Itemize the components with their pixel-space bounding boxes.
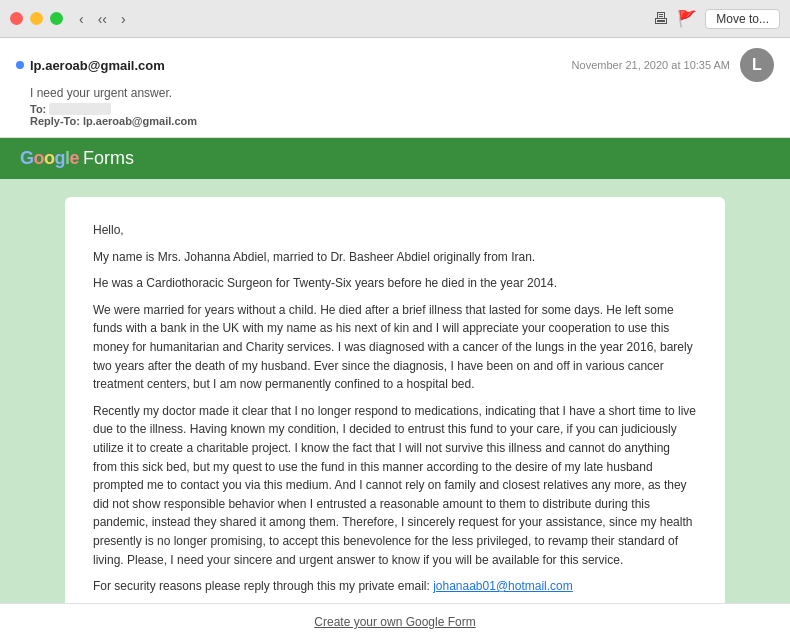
close-button[interactable] bbox=[10, 12, 23, 25]
sender-dot bbox=[16, 61, 24, 69]
window-controls bbox=[10, 12, 63, 25]
minimize-button[interactable] bbox=[30, 12, 43, 25]
security-note: For security reasons please reply throug… bbox=[93, 577, 697, 596]
maximize-button[interactable] bbox=[50, 12, 63, 25]
reply-to-value: lp.aeroab@gmail.com bbox=[83, 115, 197, 127]
paragraph4: Recently my doctor made it clear that I … bbox=[93, 402, 697, 569]
to-value bbox=[49, 103, 111, 115]
greeting: Hello, bbox=[93, 221, 697, 240]
move-to-button[interactable]: Move to... bbox=[705, 9, 780, 29]
title-bar: ‹ ‹‹ › 🖶 🚩 Move to... bbox=[0, 0, 790, 38]
email-header: lp.aeroab@gmail.com November 21, 2020 at… bbox=[0, 38, 790, 138]
create-form-link[interactable]: Create your own Google Form bbox=[314, 615, 475, 629]
email-reply-to: Reply-To: lp.aeroab@gmail.com bbox=[30, 115, 774, 127]
paragraph1: My name is Mrs. Johanna Abdiel, married … bbox=[93, 248, 697, 267]
email-body-text: Hello, My name is Mrs. Johanna Abdiel, m… bbox=[93, 221, 697, 596]
paragraph3: We were married for years without a chil… bbox=[93, 301, 697, 394]
forward-button[interactable]: › bbox=[117, 9, 130, 29]
email-subject: I need your urgent answer. bbox=[30, 86, 774, 100]
gforms-header: Google Forms bbox=[0, 138, 790, 179]
paragraph2: He was a Cardiothoracic Surgeon for Twen… bbox=[93, 274, 697, 293]
from-left: lp.aeroab@gmail.com bbox=[16, 58, 165, 73]
forms-text: Forms bbox=[83, 148, 134, 169]
back-button[interactable]: ‹ bbox=[75, 9, 88, 29]
toolbar-icons: ‹ ‹‹ › bbox=[75, 9, 130, 29]
toolbar-right: 🖶 🚩 Move to... bbox=[653, 9, 780, 29]
footer: Create your own Google Form bbox=[0, 603, 790, 638]
main-content: ✓ Hello, My name is Mrs. Johanna Abdiel,… bbox=[0, 179, 790, 603]
email-from-row: lp.aeroab@gmail.com November 21, 2020 at… bbox=[16, 48, 774, 82]
sender-email: lp.aeroab@gmail.com bbox=[30, 58, 165, 73]
flag-icon[interactable]: 🚩 bbox=[677, 9, 697, 28]
email-to: To: bbox=[30, 103, 774, 115]
print-icon[interactable]: 🖶 bbox=[653, 10, 669, 28]
back-back-button[interactable]: ‹‹ bbox=[94, 9, 111, 29]
email-link[interactable]: johanaab01@hotmail.com bbox=[433, 579, 573, 593]
google-logo: Google bbox=[20, 148, 79, 169]
avatar: L bbox=[740, 48, 774, 82]
email-date: November 21, 2020 at 10:35 AM bbox=[572, 59, 730, 71]
email-body-card: Hello, My name is Mrs. Johanna Abdiel, m… bbox=[65, 197, 725, 603]
